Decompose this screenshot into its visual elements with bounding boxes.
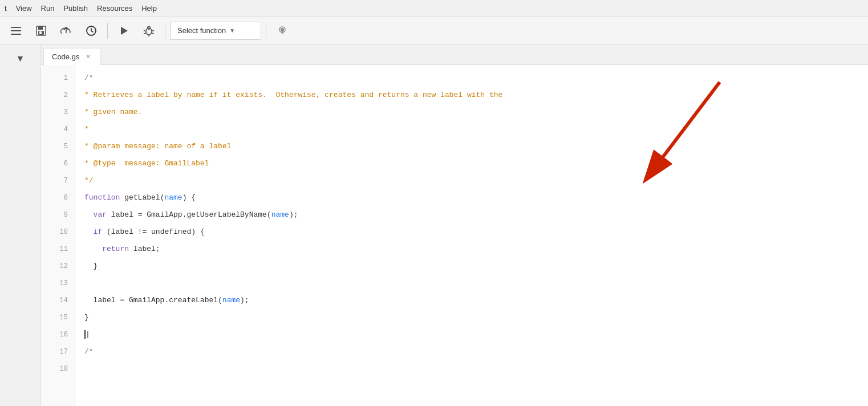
sidebar-collapse-button[interactable]: ▼ — [11, 49, 30, 68]
code-content[interactable]: /* * Retrieves a label by name if it exi… — [75, 65, 868, 406]
code-editor[interactable]: 1 2 3 4 5 6 7 8 9 10 11 12 13 14 15 16 1 — [41, 65, 868, 406]
line-number: 18 — [41, 360, 75, 377]
editor-with-annotation: 1 2 3 4 5 6 7 8 9 10 11 12 13 14 15 16 1 — [41, 65, 868, 406]
svg-rect-1 — [11, 30, 21, 31]
code-line-10: if (label != undefined) { — [84, 224, 868, 241]
code-line-7: */ — [84, 172, 868, 189]
line-number: 14 — [41, 292, 75, 309]
code-line-12: } — [84, 258, 868, 275]
svg-line-14 — [152, 33, 154, 34]
tabs-bar: Code.gs ✕ — [41, 44, 868, 65]
menu-item-resources[interactable]: Resources — [97, 4, 132, 13]
line-number: 10 — [41, 224, 75, 241]
list-button[interactable] — [5, 20, 27, 42]
menu-item-help[interactable]: Help — [141, 4, 157, 13]
menu-bar: t View Run Publish Resources Help — [0, 0, 868, 17]
sidebar: ▼ — [0, 44, 41, 406]
menu-item-t[interactable]: t — [5, 4, 7, 13]
code-line-3: * given name. — [84, 104, 868, 121]
code-line-4: * — [84, 121, 868, 138]
tab-close-button[interactable]: ✕ — [84, 53, 92, 61]
toolbar-separator-1 — [107, 23, 108, 39]
code-line-14: label = GmailApp.createLabel(name); — [84, 292, 868, 309]
code-line-11: return label; — [84, 241, 868, 258]
dropdown-arrow-icon: ▼ — [229, 27, 235, 34]
line-number: 2 — [41, 87, 75, 104]
code-line-2: * Retrieves a label by name if it exists… — [84, 87, 868, 104]
code-line-17: /* — [84, 343, 868, 360]
menu-item-run[interactable]: Run — [41, 4, 55, 13]
line-number: 17 — [41, 343, 75, 360]
editor-area: Code.gs ✕ 1 2 — [41, 44, 868, 406]
code-line-5: * @param message: name of a label — [84, 138, 868, 155]
svg-point-17 — [282, 33, 283, 34]
save-button[interactable] — [30, 20, 52, 42]
code-line-15: } — [84, 309, 868, 326]
toolbar-separator-3 — [266, 23, 266, 39]
code-line-9: var label = GmailApp.getUserLabelByName(… — [84, 206, 868, 224]
line-number: 12 — [41, 258, 75, 275]
code-line-13 — [84, 275, 868, 292]
code-line-8: function getLabel(name) { — [84, 189, 868, 206]
line-number: 15 — [41, 309, 75, 326]
main-container: ▼ Code.gs ✕ — [0, 44, 868, 406]
list-icon — [11, 26, 21, 36]
code-line-18 — [84, 360, 868, 377]
line-number: 13 — [41, 275, 75, 292]
line-number: 8 — [41, 189, 75, 206]
line-number: 5 — [41, 138, 75, 155]
line-number: 7 — [41, 172, 75, 189]
history-icon — [85, 25, 98, 37]
upload-button[interactable] — [55, 20, 78, 42]
line-number: 3 — [41, 104, 75, 121]
svg-rect-6 — [39, 31, 42, 34]
upload-icon — [60, 26, 72, 36]
line-number: 6 — [41, 155, 75, 172]
line-numbers: 1 2 3 4 5 6 7 8 9 10 11 12 13 14 15 16 1 — [41, 65, 75, 406]
select-function-label: Select function — [177, 26, 226, 35]
line-number: 4 — [41, 121, 75, 138]
svg-line-13 — [152, 30, 154, 31]
save-icon — [35, 25, 47, 36]
menu-item-view[interactable]: View — [16, 4, 32, 13]
line-number: 16 — [41, 326, 75, 343]
line-number: 11 — [41, 241, 75, 258]
debug-icon — [143, 25, 155, 37]
run-icon — [119, 26, 129, 36]
svg-rect-4 — [38, 26, 43, 30]
select-function-button[interactable]: Select function ▼ — [170, 22, 261, 40]
svg-rect-2 — [11, 34, 21, 35]
line-number: 9 — [41, 206, 75, 224]
hint-icon — [276, 25, 289, 37]
line-number: 1 — [41, 70, 75, 87]
hint-button[interactable] — [271, 20, 294, 42]
menu-item-publish[interactable]: Publish — [63, 4, 88, 13]
svg-line-12 — [144, 33, 146, 34]
svg-rect-0 — [11, 27, 21, 28]
debug-button[interactable] — [137, 20, 160, 42]
code-line-6: * @type message: GmailLabel — [84, 155, 868, 172]
toolbar-separator-2 — [165, 23, 165, 39]
toolbar: Select function ▼ — [0, 17, 868, 44]
history-button[interactable] — [80, 20, 103, 42]
svg-line-11 — [144, 30, 146, 31]
tab-label: Code.gs — [52, 52, 79, 61]
svg-marker-8 — [121, 27, 128, 35]
run-button[interactable] — [112, 20, 135, 42]
code-line-16: | — [84, 326, 868, 343]
code-line-1: /* — [84, 70, 868, 87]
tab-code-gs[interactable]: Code.gs ✕ — [43, 48, 100, 65]
